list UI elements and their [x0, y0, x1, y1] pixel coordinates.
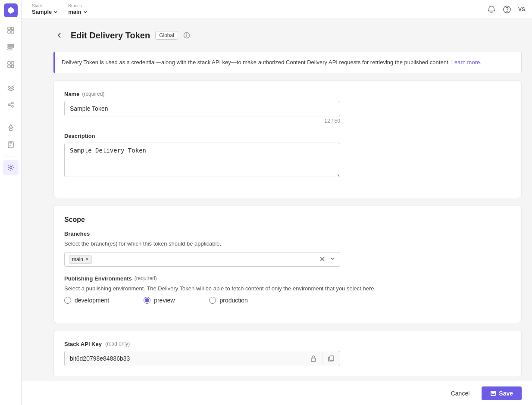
radio-preview-input[interactable]	[144, 297, 150, 304]
branches-label: Branches	[64, 231, 511, 237]
branch-chevron-icon	[83, 10, 88, 14]
sidebar-divider-3	[4, 156, 17, 156]
environments-required: (required)	[135, 275, 157, 281]
stack-label: Stack	[32, 3, 58, 9]
description-textarea[interactable]: Sample Delivery Token	[64, 143, 340, 177]
sidebar-icon-layers[interactable]	[3, 80, 19, 95]
branch-tag-actions: ✕	[319, 255, 335, 263]
basic-info-card: Name (required) 12 / 50 Description Samp…	[53, 80, 522, 198]
svg-rect-16	[9, 129, 12, 131]
topbar-right: VS	[487, 5, 525, 14]
topbar: Stack Sample Branch main VS	[22, 0, 532, 19]
notifications-icon[interactable]	[487, 5, 496, 14]
sidebar-icon-dashboard[interactable]	[3, 22, 19, 38]
app-logo	[4, 3, 18, 17]
chevron-down-icon	[53, 10, 58, 14]
svg-rect-5	[8, 47, 14, 48]
svg-rect-4	[8, 44, 14, 46]
scope-card: Scope Branches Select the branch(es) for…	[53, 205, 522, 323]
svg-line-15	[10, 105, 12, 106]
description-label: Description	[64, 133, 511, 139]
scope-title: Scope	[64, 216, 511, 224]
page-header: Edit Delivery Token Global	[53, 29, 522, 41]
char-count: 12 / 50	[64, 118, 340, 124]
api-key-input-row	[64, 351, 340, 366]
environments-label: Publishing Environments (required)	[64, 275, 511, 282]
radio-development-label: development	[75, 297, 109, 304]
branch-label: Branch	[68, 3, 87, 9]
name-group: Name (required) 12 / 50	[64, 91, 511, 124]
branch-selector[interactable]: Branch main	[65, 2, 91, 17]
help-icon[interactable]	[503, 5, 511, 14]
svg-rect-9	[8, 65, 10, 68]
svg-line-14	[10, 103, 12, 105]
svg-rect-24	[330, 356, 334, 361]
branch-tag-main: main ✕	[69, 255, 92, 264]
name-required: (required)	[82, 91, 104, 97]
svg-point-12	[12, 102, 13, 104]
sidebar-icon-deploy[interactable]	[3, 120, 19, 135]
svg-rect-6	[8, 49, 12, 50]
svg-point-20	[507, 11, 507, 12]
api-key-label: Stack API Key	[64, 341, 102, 347]
sidebar-icon-content[interactable]	[3, 40, 19, 55]
svg-rect-1	[11, 27, 14, 30]
environments-radio-group: development preview production	[64, 297, 511, 304]
stack-value: Sample	[32, 9, 58, 15]
branches-group: Branches Select the branch(es) for which…	[64, 231, 511, 267]
info-banner: Delivery Token is used as a credential—a…	[53, 52, 522, 73]
description-group: Description Sample Delivery Token	[64, 133, 511, 179]
avatar[interactable]: VS	[518, 6, 525, 12]
radio-production-label: production	[219, 297, 247, 304]
radio-production-input[interactable]	[209, 297, 216, 304]
info-icon[interactable]	[183, 32, 190, 39]
sidebar-icon-connections[interactable]	[3, 97, 19, 112]
sidebar-divider-2	[4, 116, 17, 116]
branch-tag-close-icon[interactable]: ✕	[85, 256, 89, 262]
save-button[interactable]: Save	[482, 386, 522, 400]
svg-rect-8	[11, 62, 14, 64]
sidebar-icon-settings[interactable]	[3, 160, 19, 175]
cancel-button[interactable]: Cancel	[444, 386, 477, 400]
save-icon	[490, 390, 496, 396]
branch-value: main	[68, 9, 87, 15]
environments-group: Publishing Environments (required) Selec…	[64, 275, 511, 304]
branch-clear-icon[interactable]: ✕	[319, 255, 325, 263]
api-key-card: Stack API Key (read only)	[53, 330, 522, 377]
svg-rect-23	[311, 358, 316, 361]
back-button[interactable]	[53, 29, 66, 41]
copy-icon-btn[interactable]	[322, 352, 340, 365]
svg-rect-3	[11, 31, 14, 33]
environments-description: Select a publishing environment. The Del…	[64, 285, 511, 292]
branches-description: Select the branch(es) for which this tok…	[64, 240, 511, 247]
radio-development[interactable]: development	[64, 297, 109, 304]
svg-point-10	[11, 65, 14, 68]
radio-production[interactable]: production	[209, 297, 247, 304]
global-badge: Global	[155, 31, 178, 40]
svg-rect-7	[8, 62, 10, 64]
sidebar-icon-modules[interactable]	[3, 57, 19, 72]
svg-point-13	[12, 106, 13, 107]
branch-dropdown-icon[interactable]	[329, 255, 335, 263]
sidebar-icon-tasks[interactable]	[3, 137, 19, 153]
api-key-label-row: Stack API Key (read only)	[64, 341, 511, 347]
radio-preview[interactable]: preview	[144, 297, 175, 304]
radio-development-input[interactable]	[64, 297, 71, 304]
svg-point-11	[8, 104, 10, 106]
name-label: Name (required)	[64, 91, 511, 97]
svg-point-22	[186, 34, 187, 34]
page-title: Edit Delivery Token	[71, 31, 150, 40]
radio-preview-label: preview	[154, 297, 175, 304]
svg-rect-0	[8, 27, 10, 30]
main-content: Edit Delivery Token Global Delivery Toke…	[43, 19, 532, 405]
footer: Cancel Save	[22, 381, 532, 405]
branches-input[interactable]: main ✕ ✕	[64, 252, 340, 267]
read-only-badge: (read only)	[105, 341, 130, 347]
name-input[interactable]	[64, 101, 340, 116]
sidebar	[0, 0, 22, 405]
lock-icon-btn[interactable]	[305, 352, 322, 365]
sidebar-divider-1	[4, 76, 17, 76]
stack-selector[interactable]: Stack Sample	[28, 2, 61, 17]
api-key-value-input	[65, 351, 305, 366]
learn-more-link[interactable]: Learn more.	[451, 59, 482, 65]
